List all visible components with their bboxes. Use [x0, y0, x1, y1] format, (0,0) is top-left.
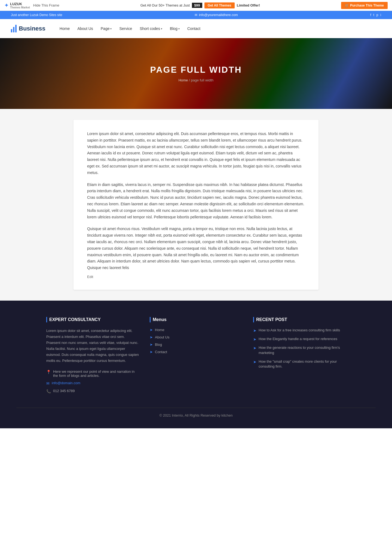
- footer-col-recent-post: RECENT POST ➤ How to Ask for a free incr…: [253, 317, 346, 397]
- breadcrumb-home-link[interactable]: Home: [179, 78, 188, 82]
- breadcrumb: Home / page full width: [150, 78, 242, 82]
- footer-link-contact[interactable]: Contact: [155, 350, 167, 354]
- footer-menu-list: ➤ Home ➤ About Us ➤ Blog ➤ Contact: [150, 328, 242, 354]
- recent-post-3: ➤ How the generate reactions to your con…: [253, 345, 346, 355]
- nav-link-home[interactable]: Home: [56, 24, 73, 33]
- footer-bottom: © 2021 Interrio, All Rights Reserved by …: [16, 408, 376, 417]
- content-para-3: Quisque sit amet rhoncus risus. Vestibul…: [87, 226, 305, 271]
- purchase-theme-button[interactable]: 🛒 Purchase This Theme: [341, 2, 388, 9]
- content-para-1: Lorem ipsum dolor sit amet, consectetur …: [87, 131, 305, 176]
- footer-menu-blog[interactable]: ➤ Blog: [150, 343, 242, 347]
- nav-link-service[interactable]: Service: [116, 24, 135, 33]
- recent-post-1: ➤ How to Ask for a free increases consul…: [253, 328, 346, 333]
- location-icon: 📍: [46, 370, 51, 374]
- footer-link-about[interactable]: About Us: [155, 335, 169, 339]
- nav-item-contact[interactable]: Contact: [184, 24, 204, 33]
- blog-arrow-icon: ▾: [178, 27, 180, 30]
- limited-offer-text: Limited Offer!: [237, 3, 260, 7]
- email-info: ✉ info@youremailidhere.com: [195, 13, 238, 17]
- phone-icon: 📞: [46, 389, 51, 393]
- logo-text: LUZUK Themes Market: [10, 2, 30, 9]
- post-title-1[interactable]: How to Ask for a free increases consulti…: [259, 328, 340, 333]
- copyright-text: © 2021 Interrio, All Rights Reserved by …: [160, 413, 233, 417]
- bar2: [13, 27, 14, 32]
- nav-link-blog[interactable]: Blog ▾: [167, 24, 183, 33]
- page-arrow-icon: ▾: [110, 27, 112, 30]
- nav-link-shortcodes[interactable]: Short codes ▾: [136, 24, 166, 33]
- menu-arrow-icon-blog: ➤: [150, 343, 153, 347]
- footer-link-home[interactable]: Home: [155, 328, 164, 332]
- nav-item-blog[interactable]: Blog ▾: [167, 24, 183, 33]
- main-nav: Business Home About Us Page ▾ Service Sh…: [0, 19, 392, 38]
- content-box: Lorem ipsum dolor sit amet, consectetur …: [74, 120, 318, 290]
- get-all-themes-button[interactable]: Get All Themes: [204, 2, 235, 8]
- footer-col-consultancy: EXPERT CONSULTANCY Lorem ipsum dolor sit…: [46, 317, 139, 397]
- post-icon-2: ➤: [253, 337, 256, 341]
- content-para-2: Etiam in diam sagittis, viverra lacus in…: [87, 182, 305, 221]
- footer-grid: EXPERT CONSULTANCY Lorem ipsum dolor sit…: [46, 317, 346, 397]
- email-icon-footer: ✉: [46, 381, 50, 386]
- main-content-wrapper: Lorem ipsum dolor sit amet, consectetur …: [0, 109, 392, 301]
- post-icon-1: ➤: [253, 328, 256, 333]
- footer-menu-about[interactable]: ➤ About Us: [150, 335, 242, 339]
- menu-arrow-icon-about: ➤: [150, 335, 153, 339]
- post-title-4[interactable]: How the "small crap" creates more client…: [259, 359, 346, 369]
- price-badge: $99: [192, 3, 202, 8]
- hero-section: PAGE FULL WIDTH Home / page full width: [0, 38, 392, 109]
- nav-link-contact[interactable]: Contact: [184, 24, 204, 33]
- nav-item-about[interactable]: About Us: [74, 24, 96, 33]
- breadcrumb-current: page full width: [191, 78, 213, 82]
- social-icons: f t p i: [370, 13, 381, 17]
- hero-content: PAGE FULL WIDTH Home / page full width: [150, 65, 242, 82]
- shortcodes-arrow-icon: ▾: [161, 27, 162, 30]
- nav-item-service[interactable]: Service: [116, 24, 135, 33]
- cart-icon: 🛒: [345, 4, 349, 7]
- footer-email-link[interactable]: info@domain.com: [52, 381, 80, 385]
- site-tagline: Just another Luzuk Demo Sites site: [11, 13, 62, 17]
- nav-menu: Home About Us Page ▾ Service Short codes…: [56, 24, 204, 33]
- post-icon-3: ➤: [253, 346, 256, 350]
- footer-title-consultancy: EXPERT CONSULTANCY: [46, 317, 139, 322]
- email-icon: ✉: [195, 13, 197, 17]
- footer-consultancy-desc: Lorem ipsum dolor sit amet, consectetur …: [46, 328, 139, 364]
- footer: EXPERT CONSULTANCY Lorem ipsum dolor sit…: [0, 301, 392, 428]
- nav-item-shortcodes[interactable]: Short codes ▾: [136, 24, 166, 33]
- menu-arrow-icon-contact: ➤: [150, 350, 153, 354]
- hero-title: PAGE FULL WIDTH: [150, 65, 242, 75]
- footer-email-item: ✉ info@domain.com: [46, 381, 139, 386]
- footer-title-recent-post: RECENT POST: [253, 317, 346, 322]
- admin-bar-center: Get All Our 50+ Themes at Just $99 Get A…: [140, 2, 260, 8]
- footer-title-menus: Menus: [150, 317, 242, 322]
- recent-post-4: ➤ How the "small crap" creates more clie…: [253, 359, 346, 369]
- logo-icon: ✦: [4, 2, 8, 8]
- promo-text: Get All Our 50+ Themes at Just: [140, 3, 190, 7]
- recent-post-2: ➤ How the Elegantly handle a request for…: [253, 337, 346, 341]
- admin-logo: ✦ LUZUK Themes Market: [4, 2, 30, 9]
- twitter-icon[interactable]: t: [373, 13, 374, 17]
- bar1: [11, 29, 12, 32]
- footer-address-item: 📍 Here we represent our point of view an…: [46, 369, 139, 378]
- logo-bars-icon: [11, 25, 17, 32]
- nav-link-page[interactable]: Page ▾: [97, 24, 115, 33]
- footer-col-menus: Menus ➤ Home ➤ About Us ➤ Blog ➤ Contact: [150, 317, 242, 397]
- nav-link-about[interactable]: About Us: [74, 24, 96, 33]
- footer-phone-item: 📞 012 345 6789: [46, 389, 139, 393]
- footer-link-blog[interactable]: Blog: [155, 343, 162, 347]
- facebook-icon[interactable]: f: [370, 13, 371, 17]
- footer-menu-home[interactable]: ➤ Home: [150, 328, 242, 332]
- admin-bar-left: ✦ LUZUK Themes Market Hide This Frame: [4, 2, 59, 9]
- instagram-icon[interactable]: i: [380, 13, 381, 17]
- post-title-3[interactable]: How the generate reactions to your consu…: [259, 345, 346, 355]
- admin-bar: ✦ LUZUK Themes Market Hide This Frame Ge…: [0, 0, 392, 11]
- menu-arrow-icon-home: ➤: [150, 328, 153, 332]
- post-title-2[interactable]: How the Elegantly handle a request for r…: [259, 337, 337, 341]
- site-logo[interactable]: Business: [11, 25, 45, 32]
- pinterest-icon[interactable]: p: [376, 13, 378, 17]
- footer-menu-contact[interactable]: ➤ Contact: [150, 350, 242, 354]
- edit-link[interactable]: Edit: [87, 275, 93, 279]
- hide-frame-btn[interactable]: Hide This Frame: [33, 3, 59, 7]
- info-bar: Just another Luzuk Demo Sites site ✉ inf…: [0, 11, 392, 19]
- post-icon-4: ➤: [253, 360, 256, 364]
- nav-item-page[interactable]: Page ▾: [97, 24, 115, 33]
- nav-item-home[interactable]: Home: [56, 24, 73, 33]
